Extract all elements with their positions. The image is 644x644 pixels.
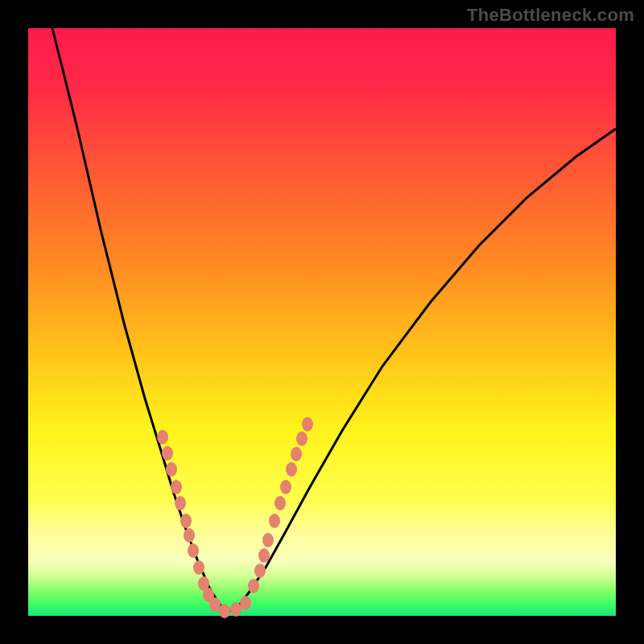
dot-marker	[296, 431, 308, 446]
dot-marker	[262, 533, 274, 547]
dot-marker	[280, 480, 291, 494]
dot-marker	[258, 548, 270, 563]
dot-marker	[248, 579, 259, 593]
plot-background	[28, 28, 616, 616]
chart-svg	[0, 0, 644, 644]
watermark-text: TheBottleneck.com	[467, 5, 634, 26]
dot-marker	[269, 514, 280, 528]
dot-marker	[302, 417, 313, 431]
dot-marker	[291, 447, 302, 461]
dot-marker	[188, 543, 199, 558]
dot-marker	[157, 430, 168, 444]
dot-marker	[171, 480, 182, 494]
dot-marker	[193, 560, 204, 575]
dot-marker	[254, 564, 266, 578]
dot-marker	[209, 597, 221, 612]
dot-marker	[286, 462, 297, 477]
dot-marker	[175, 496, 186, 510]
dot-marker	[275, 496, 286, 510]
dot-marker	[230, 602, 242, 617]
dot-marker	[166, 462, 177, 477]
chart-frame: TheBottleneck.com	[0, 0, 644, 644]
dot-marker	[162, 446, 173, 460]
dot-marker	[180, 514, 192, 528]
dot-marker	[219, 604, 230, 618]
dot-marker	[240, 596, 251, 610]
dot-marker	[184, 528, 195, 543]
